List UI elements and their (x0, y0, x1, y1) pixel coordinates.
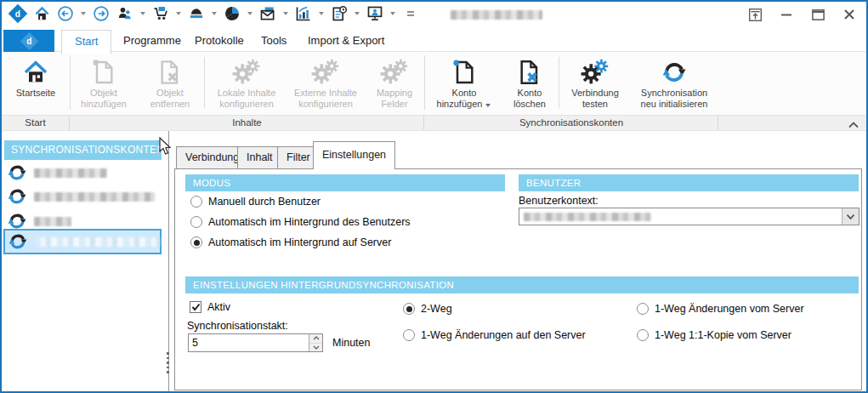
statistics-icon[interactable] (294, 4, 313, 23)
minimize-button[interactable] (778, 6, 795, 23)
ribbon-button-externe-inhalte-konfigurieren: Externe Inhalte konfigurieren (287, 54, 364, 113)
gears-icon (311, 57, 340, 88)
radio-icon (637, 329, 649, 341)
radio-2-weg[interactable]: 2-Weg (403, 303, 452, 315)
account-name-redacted (34, 217, 71, 226)
document-remove-icon (156, 57, 184, 88)
sync-account-item-2[interactable] (4, 185, 161, 208)
ribbon-separator (204, 57, 205, 108)
ribbon-button-lokale-inhalte-konfigurieren: Lokale Inhalte konfigurieren (207, 54, 286, 113)
cart-dropdown-caret[interactable] (176, 12, 181, 15)
sync-arrows-icon (7, 186, 27, 207)
radio-icon (637, 303, 649, 315)
radio-1-weg-aenderungen-auf-server[interactable]: 1-Weg Änderungen auf den Server (403, 329, 586, 341)
mail-dropdown-caret[interactable] (283, 12, 288, 15)
sidebar-header: SYNCHRONISATIONSKONTEN (4, 140, 162, 160)
chevron-down-icon[interactable] (842, 208, 859, 225)
ribbon-button-verbindung-testen[interactable]: Verbindung testen (562, 54, 628, 113)
contacts-dropdown-caret[interactable] (140, 12, 145, 15)
journal-dropdown-caret[interactable] (355, 12, 360, 15)
minuten-label: Minuten (332, 337, 370, 349)
back-icon[interactable] (56, 4, 75, 23)
ribbon: Startseite Objekt hinzufügen Objekt entf… (2, 52, 866, 115)
radio-automatisch-hintergrund-server[interactable]: Automatisch im Hintergrund auf Server (190, 236, 391, 248)
ribbon-tab-import-export[interactable]: Import & Export (295, 30, 397, 53)
forward-icon[interactable] (92, 4, 111, 23)
collapse-ribbon-chevron-up-icon[interactable] (848, 118, 859, 134)
spinner-up-icon[interactable] (309, 334, 322, 344)
back-dropdown-caret[interactable] (81, 12, 86, 15)
checkbox-aktiv[interactable]: Aktiv (190, 301, 230, 313)
gears-icon (581, 57, 610, 88)
document-remove-icon (516, 57, 543, 88)
radio-1-weg-aenderungen-vom-server[interactable]: 1-Weg Änderungen vom Server (637, 303, 804, 315)
ribbon-button-synchronisation-neu-initialisieren[interactable]: Synchronisation neu initialisieren (630, 54, 718, 113)
monitor-icon[interactable] (366, 4, 384, 23)
mail-icon[interactable] (258, 4, 277, 23)
home-icon (22, 57, 49, 88)
benutzer-section-header: BENUTZER (519, 174, 859, 191)
tab-inhalt[interactable]: Inhalt (237, 146, 282, 169)
home-icon[interactable] (32, 4, 51, 23)
dropdown-caret[interactable] (485, 104, 491, 107)
radio-icon (403, 329, 415, 341)
benutzerkontext-label: Benutzerkontext: (519, 195, 599, 207)
splitter-grip[interactable] (167, 352, 169, 373)
cart-icon[interactable] (151, 4, 170, 23)
sync-arrows-icon (7, 162, 27, 183)
sync-arrows-icon (8, 231, 28, 252)
combobox-value-redacted (524, 213, 651, 221)
spinner-value[interactable]: 5 (189, 334, 309, 351)
ribbon-tab-row: d Start Programme Protokolle Tools Impor… (2, 27, 866, 52)
account-name-redacted (35, 237, 160, 247)
ribbon-button-startseite[interactable]: Startseite (3, 54, 68, 113)
gears-icon (232, 57, 261, 88)
journal-icon[interactable] (330, 4, 349, 23)
statistics-dropdown-caret[interactable] (319, 12, 324, 15)
ribbon-tab-protokolle[interactable]: Protokolle (182, 30, 257, 53)
radio-icon (190, 216, 202, 228)
ribbon-tab-tools[interactable]: Tools (248, 30, 299, 53)
printer-icon[interactable] (187, 4, 206, 23)
group-label-synchronisationskonten: Synchronisationskonten (425, 116, 718, 130)
group-label-inhalte: Inhalte (71, 116, 424, 130)
sync-account-item-4-selected[interactable] (3, 229, 162, 254)
checkbox-checked-icon (190, 301, 201, 313)
ribbon-separator (70, 55, 71, 110)
monitor-dropdown-caret[interactable] (390, 12, 395, 15)
close-button[interactable] (841, 6, 858, 23)
gears-icon (380, 57, 409, 88)
pie-chart-icon[interactable] (223, 4, 241, 23)
spinner-down-icon[interactable] (309, 344, 322, 352)
tab-einstellungen[interactable]: Einstellungen (313, 141, 395, 169)
qat-customize-icon[interactable] (401, 4, 420, 23)
benutzerkontext-combobox[interactable] (519, 208, 859, 225)
sync-arrows-icon (661, 57, 688, 88)
radio-icon-selected (190, 236, 202, 248)
titlebar: d (2, 2, 866, 27)
pie-chart-dropdown-caret[interactable] (247, 12, 252, 15)
app-window: d (0, 0, 868, 393)
account-name-redacted (34, 192, 155, 202)
window-title-redacted (451, 10, 542, 20)
ribbon-tab-start[interactable]: Start (61, 30, 111, 54)
app-menu-button[interactable]: d (3, 30, 54, 52)
mouse-cursor (159, 137, 172, 156)
maximize-button[interactable] (809, 6, 826, 23)
ribbon-separator (559, 57, 559, 108)
contacts-icon[interactable] (116, 4, 134, 23)
synchronisationstakt-spinner[interactable]: 5 (188, 333, 323, 352)
ribbon-group-separator (424, 55, 425, 110)
ribbon-button-mapping-felder: Mapping Felder (366, 54, 423, 113)
printer-dropdown-caret[interactable] (212, 12, 217, 15)
document-new-icon (90, 57, 117, 88)
radio-manuell-durch-benutzer[interactable]: Manuell durch Benutzer (190, 196, 321, 208)
synchronisationstakt-label: Synchronisationstakt: (187, 320, 288, 332)
sync-account-item-1[interactable] (4, 162, 161, 184)
ribbon-button-konto-hinzufuegen[interactable]: Konto hinzufügen (428, 54, 501, 113)
ribbon-button-konto-loeschen[interactable]: Konto löschen (502, 54, 557, 113)
radio-1-weg-kopie-vom-server[interactable]: 1-Weg 1:1-Kopie vom Server (637, 329, 791, 341)
ribbon-button-objekt-hinzufuegen: Objekt hinzufügen (71, 54, 136, 113)
pin-window-button[interactable] (746, 6, 763, 23)
radio-automatisch-hintergrund-benutzer[interactable]: Automatisch im Hintergrund des Benutzers (190, 216, 411, 228)
